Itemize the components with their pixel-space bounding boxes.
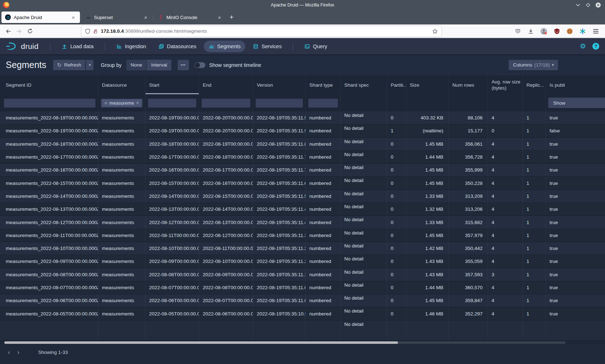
window-minimize-button[interactable]: [575, 2, 581, 8]
column-header-start[interactable]: Start: [145, 76, 199, 94]
column-header-size[interactable]: Size: [406, 76, 449, 94]
menu-hamburger-icon[interactable]: [591, 26, 601, 36]
table-row[interactable]: measurements_2022-08-10T00:00:00.000Z...…: [0, 242, 605, 255]
column-header-version[interactable]: Version: [253, 76, 306, 94]
refresh-dropdown-button[interactable]: ▾: [86, 60, 94, 70]
extension-account-icon[interactable]: [539, 26, 549, 36]
column-header-num_rows[interactable]: Num rows: [449, 76, 488, 94]
filter-input-shard_type[interactable]: [308, 98, 338, 108]
table-row[interactable]: measurements_2022-08-13T00:00:00.000Z...…: [0, 203, 605, 216]
ublock-origin-icon[interactable]: [552, 26, 562, 36]
cell-shard_type: numbered: [306, 203, 341, 215]
filter-cell-avg_row_size: [488, 94, 523, 112]
nav-separator: [293, 42, 293, 50]
window-maximize-button[interactable]: [585, 2, 591, 8]
datasource-filter-tag[interactable]: ≡measureme×: [102, 99, 142, 107]
cell-shard_type: numbered: [306, 138, 341, 150]
url-bar[interactable]: 172.18.0.4:30899/unified-console.html#se…: [81, 26, 442, 37]
table-filter-row: ≡measureme×Show: [0, 94, 605, 112]
tab-apache-druid[interactable]: Apache Druid ×: [1, 12, 80, 23]
column-header-shard_type[interactable]: Shard type: [306, 76, 341, 94]
cell-version: 2022-08-19T05:35:11.7...: [253, 151, 306, 163]
insecure-lock-icon[interactable]: [93, 28, 98, 34]
table-row[interactable]: measurements_2022-08-16T00:00:00.000Z...…: [0, 164, 605, 177]
cell-avg_row_size: 4: [488, 229, 523, 242]
reload-button[interactable]: [24, 26, 35, 37]
shield-icon[interactable]: [85, 28, 90, 34]
cell-segment_id: measurements_2022-08-11T00:00:00.000Z...: [0, 229, 98, 242]
nav-item-query[interactable]: Query: [300, 41, 332, 52]
column-header-is_published[interactable]: Is publi: [546, 76, 605, 94]
table-row[interactable]: measurements_2022-08-17T00:00:00.000Z...…: [0, 151, 605, 164]
cell-is_published: true: [546, 281, 605, 294]
bookmark-star-icon[interactable]: [432, 28, 438, 34]
group-by-interval-button[interactable]: Interval: [147, 60, 171, 70]
cell-is_published: true: [546, 242, 605, 255]
filter-input-version[interactable]: [255, 98, 303, 108]
column-header-replication[interactable]: Replic...: [523, 76, 546, 94]
nav-item-load-data[interactable]: Load data: [57, 41, 98, 52]
cell-segment_id: measurements_2022-08-07T00:00:00.000Z...: [0, 281, 98, 294]
horizontal-scrollbar[interactable]: [0, 341, 605, 344]
tab-close-icon[interactable]: ×: [216, 14, 223, 21]
cookie-extension-icon[interactable]: [565, 26, 575, 36]
filter-tag-remove-icon[interactable]: ×: [136, 100, 139, 106]
new-tab-button[interactable]: +: [226, 12, 237, 23]
cell-start: 2022-08-12T00:00:00.0...: [145, 216, 199, 228]
nav-item-services[interactable]: Services: [248, 41, 286, 52]
table-row[interactable]: measurements_2022-08-11T00:00:00.000Z...…: [0, 229, 605, 242]
table-row[interactable]: measurements_2022-08-07T00:00:00.000Z...…: [0, 281, 605, 294]
table-row-partial[interactable]: No detail: [0, 320, 605, 341]
column-header-end[interactable]: End: [199, 76, 253, 94]
filter-input-datasource[interactable]: ≡measureme×: [100, 98, 143, 108]
next-page-button[interactable]: ›: [14, 348, 23, 357]
cell-segment_id: measurements_2022-08-19T00:00:00.000Z...: [0, 112, 98, 124]
table-row[interactable]: measurements_2022-08-09T00:00:00.000Z...…: [0, 255, 605, 268]
tab-close-icon[interactable]: ×: [143, 14, 149, 21]
tab-close-icon[interactable]: ×: [70, 14, 76, 21]
url-text[interactable]: 172.18.0.4:30899/unified-console.html#se…: [101, 28, 432, 34]
filter-input-start[interactable]: [148, 98, 197, 108]
table-row[interactable]: measurements_2022-08-05T00:00:00.000Z...…: [0, 307, 605, 320]
asterisk-extension-icon[interactable]: [578, 26, 588, 36]
settings-gear-icon[interactable]: ⚙: [580, 43, 586, 50]
column-header-datasource[interactable]: Datasource: [98, 76, 145, 94]
column-header-partition[interactable]: Partiti...: [387, 76, 406, 94]
more-options-button[interactable]: •••: [178, 60, 189, 70]
table-row[interactable]: measurements_2022-08-06T00:00:00.000Z...…: [0, 294, 605, 307]
refresh-button[interactable]: ↻ Refresh: [53, 60, 86, 70]
forward-button[interactable]: [14, 26, 24, 37]
cell-end: 2022-08-16T00:00:00.0...: [199, 177, 253, 189]
window-close-button[interactable]: [595, 2, 601, 8]
table-row[interactable]: measurements_2022-08-18T00:00:00.000Z...…: [0, 138, 605, 151]
column-header-shard_spec[interactable]: Shard spec: [341, 76, 387, 94]
back-button[interactable]: [3, 26, 14, 37]
group-by-none-button[interactable]: None: [126, 60, 147, 70]
tab-superset[interactable]: ∞ Superset ×: [82, 12, 152, 23]
druid-logo[interactable]: druid: [6, 41, 39, 51]
downloads-icon[interactable]: [526, 26, 536, 36]
filter-input-end[interactable]: [201, 98, 251, 108]
table-row[interactable]: measurements_2022-08-08T00:00:00.000Z...…: [0, 268, 605, 281]
nav-item-ingestion[interactable]: Ingestion: [112, 41, 151, 52]
column-header-avg_row_size[interactable]: Avg. row size(bytes): [488, 76, 523, 94]
table-row[interactable]: measurements_2022-08-19T00:00:00.000Z...…: [0, 124, 605, 137]
columns-button[interactable]: Columns (17/18) ▾: [508, 60, 558, 70]
table-row[interactable]: measurements_2022-08-14T00:00:00.000Z...…: [0, 190, 605, 203]
nav-item-datasources[interactable]: Datasources: [154, 41, 201, 52]
segment-timeline-toggle[interactable]: [194, 62, 205, 68]
table-row[interactable]: measurements_2022-08-12T00:00:00.000Z...…: [0, 216, 605, 229]
table-row[interactable]: measurements_2022-08-19T00:00:00.000Z...…: [0, 112, 605, 124]
nav-item-segments[interactable]: Segments: [204, 41, 245, 52]
column-header-segment_id[interactable]: Segment ID: [0, 76, 98, 94]
pocket-icon[interactable]: [513, 26, 523, 36]
table-row[interactable]: measurements_2022-08-15T00:00:00.000Z...…: [0, 177, 605, 190]
cell-end: 2022-08-06T00:00:00.0...: [199, 307, 253, 320]
help-icon[interactable]: ?: [592, 43, 599, 50]
previous-page-button[interactable]: ‹: [4, 348, 14, 357]
scrollbar-thumb[interactable]: [4, 341, 398, 344]
filter-input-segment_id[interactable]: [4, 98, 96, 108]
cell-shard_type: numbered: [306, 307, 341, 320]
tab-minio-console[interactable]: MinIO Console ×: [154, 12, 226, 23]
is-published-filter-button[interactable]: Show: [548, 97, 605, 108]
